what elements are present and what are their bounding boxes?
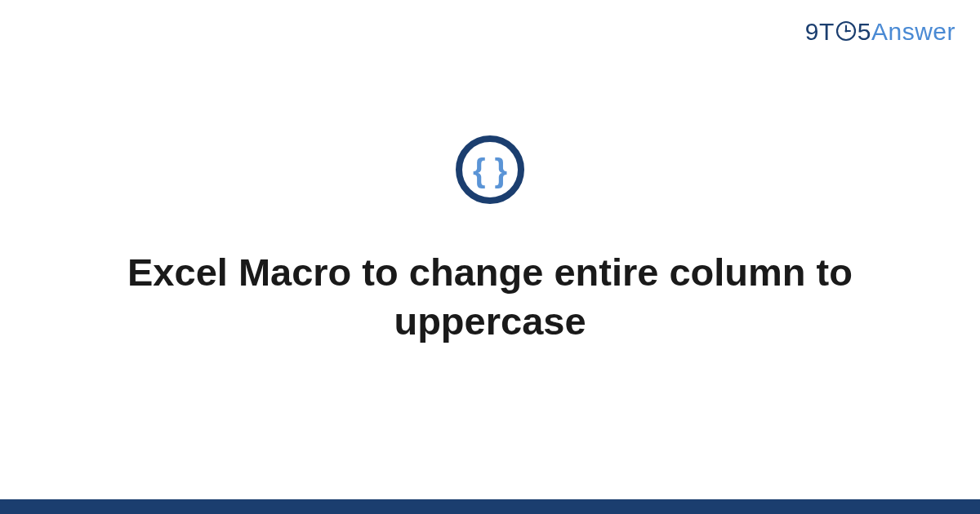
logo-text-five: 5 — [858, 18, 871, 46]
page-title: Excel Macro to change entire column to u… — [122, 248, 858, 346]
svg-text:{ }: { } — [473, 153, 507, 188]
clock-icon — [835, 20, 857, 42]
logo-text-t: T — [819, 18, 835, 46]
site-logo: 9 T 5 Answer — [805, 18, 956, 46]
logo-text-nine: 9 — [805, 18, 819, 46]
footer-accent-bar — [0, 499, 980, 514]
code-braces-icon: { } — [454, 134, 526, 209]
main-content: { } Excel Macro to change entire column … — [0, 134, 980, 346]
logo-text-answer: Answer — [871, 18, 956, 46]
